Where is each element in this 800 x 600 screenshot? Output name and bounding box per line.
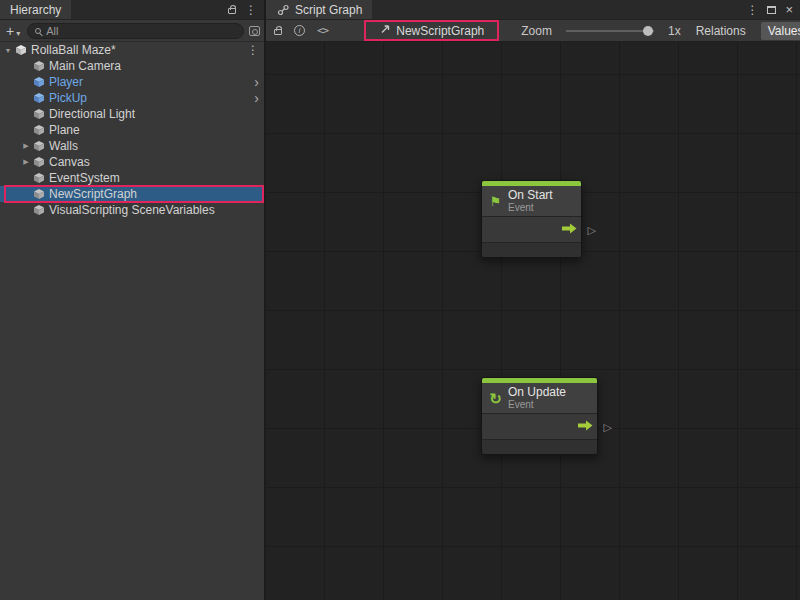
zoom-slider[interactable] — [566, 30, 654, 32]
item-label: NewScriptGraph — [49, 187, 137, 201]
gameobject-cube-icon — [32, 140, 46, 152]
flow-arrow-icon[interactable] — [578, 420, 593, 434]
search-icon — [35, 28, 41, 34]
hierarchy-item-walls[interactable]: ▶ Walls — [0, 138, 264, 154]
zoom-label: Zoom — [521, 24, 552, 38]
prefab-cube-icon — [32, 92, 46, 104]
hierarchy-panel: Hierarchy ⋮ + ▾ All ▼ RollaBall Maze* ⋮ — [0, 0, 266, 600]
window-controls: ⋮ × — [739, 0, 800, 19]
hierarchy-item-player[interactable]: Player › — [0, 74, 264, 90]
lock-icon[interactable] — [228, 8, 236, 14]
item-label: Main Camera — [49, 59, 121, 73]
hierarchy-tree: ▼ RollaBall Maze* ⋮ Main Camera Player › — [0, 42, 264, 600]
node-subtitle: Event — [508, 399, 566, 410]
plus-icon: + — [6, 24, 14, 38]
graph-name-box[interactable]: NewScriptGraph — [364, 20, 499, 41]
values-button[interactable]: Values — [761, 22, 800, 40]
code-view-icon[interactable]: <> — [317, 24, 328, 37]
item-label: VisualScripting SceneVariables — [49, 203, 215, 217]
node-on-start[interactable]: ⚑ On Start Event ▷ — [481, 180, 582, 258]
graph-tab-bar: Script Graph ⋮ × — [266, 0, 800, 20]
add-object-button[interactable]: + ▾ — [4, 24, 22, 38]
output-port-icon[interactable]: ▷ — [588, 224, 596, 235]
gameobject-cube-icon — [32, 124, 46, 136]
hierarchy-tab-label: Hierarchy — [10, 3, 61, 17]
hierarchy-item-newscriptgraph[interactable]: NewScriptGraph — [0, 186, 264, 202]
node-titles: On Update Event — [508, 386, 566, 410]
scene-icon — [14, 44, 28, 56]
scene-name: RollaBall Maze* — [31, 43, 116, 57]
prefab-open-arrow[interactable]: › — [254, 91, 259, 105]
tab-spacer — [71, 0, 221, 19]
expand-caret-icon[interactable]: ▼ — [2, 47, 14, 54]
hierarchy-toolbar: + ▾ All — [0, 20, 264, 42]
node-title: On Start — [508, 189, 553, 202]
gameobject-cube-icon — [32, 60, 46, 72]
node-footer — [482, 440, 597, 454]
graph-asset-icon — [379, 23, 391, 38]
update-loop-icon: ↻ — [488, 391, 503, 406]
node-subtitle: Event — [508, 202, 553, 213]
item-label: Walls — [49, 139, 78, 153]
gameobject-cube-icon — [32, 188, 46, 200]
zoom-slider-thumb[interactable] — [643, 26, 653, 36]
graph-tab-label: Script Graph — [295, 3, 362, 17]
search-value: All — [46, 25, 58, 37]
tab-script-graph[interactable]: Script Graph — [266, 0, 372, 19]
hierarchy-item-scenevariables[interactable]: VisualScripting SceneVariables — [0, 202, 264, 218]
expand-caret-icon[interactable]: ▶ — [20, 142, 32, 150]
script-graph-icon — [276, 4, 290, 16]
close-icon[interactable]: × — [785, 3, 793, 16]
graph-name-label: NewScriptGraph — [396, 24, 484, 38]
gameobject-cube-icon — [32, 156, 46, 168]
node-header: ⚑ On Start Event — [482, 186, 581, 217]
hierarchy-item-main-camera[interactable]: Main Camera — [0, 58, 264, 74]
graph-toolbar: i <> NewScriptGraph Zoom 1x Relations Va… — [266, 20, 800, 42]
search-preset-icon[interactable] — [249, 26, 260, 36]
info-icon[interactable]: i — [294, 25, 305, 36]
prefab-cube-icon — [32, 76, 46, 88]
node-port-row: ▷ — [482, 414, 597, 440]
hierarchy-item-plane[interactable]: Plane — [0, 122, 264, 138]
item-label: Canvas — [49, 155, 90, 169]
hierarchy-item-canvas[interactable]: ▶ Canvas — [0, 154, 264, 170]
node-header: ↻ On Update Event — [482, 383, 597, 414]
graph-canvas[interactable]: ⚑ On Start Event ▷ ↻ On Update Even — [266, 42, 800, 600]
item-label: EventSystem — [49, 171, 120, 185]
node-title: On Update — [508, 386, 566, 399]
scene-options-icon[interactable]: ⋮ — [247, 44, 259, 56]
hierarchy-tab-controls: ⋮ — [221, 0, 264, 19]
flow-arrow-icon[interactable] — [562, 223, 577, 237]
lock-icon[interactable] — [274, 29, 282, 35]
item-label: Player — [49, 75, 83, 89]
item-label: Directional Light — [49, 107, 135, 121]
tab-hierarchy[interactable]: Hierarchy — [0, 0, 71, 19]
dropdown-caret-icon: ▾ — [16, 29, 20, 38]
kebab-menu-icon[interactable]: ⋮ — [746, 4, 758, 16]
script-graph-panel: Script Graph ⋮ × i <> NewScriptGraph Zoo… — [266, 0, 800, 600]
expand-caret-icon[interactable]: ▶ — [20, 158, 32, 166]
hierarchy-item-directional-light[interactable]: Directional Light — [0, 106, 264, 122]
hierarchy-item-eventsystem[interactable]: EventSystem — [0, 170, 264, 186]
prefab-open-arrow[interactable]: › — [254, 75, 259, 89]
gameobject-cube-icon — [32, 108, 46, 120]
node-port-row: ▷ — [482, 217, 581, 243]
hierarchy-tab-bar: Hierarchy ⋮ — [0, 0, 264, 20]
node-footer — [482, 243, 581, 257]
item-label: Plane — [49, 123, 80, 137]
hierarchy-item-pickup[interactable]: PickUp › — [0, 90, 264, 106]
gameobject-cube-icon — [32, 204, 46, 216]
zoom-value: 1x — [668, 24, 681, 38]
maximize-icon[interactable] — [767, 6, 776, 14]
node-on-update[interactable]: ↻ On Update Event ▷ — [481, 377, 598, 455]
node-titles: On Start Event — [508, 189, 553, 213]
gameobject-cube-icon — [32, 172, 46, 184]
kebab-menu-icon[interactable]: ⋮ — [245, 4, 257, 16]
item-label: PickUp — [49, 91, 87, 105]
scene-row[interactable]: ▼ RollaBall Maze* ⋮ — [0, 42, 264, 58]
relations-button[interactable]: Relations — [689, 22, 753, 40]
output-port-icon[interactable]: ▷ — [604, 421, 612, 432]
flag-icon: ⚑ — [488, 195, 503, 208]
hierarchy-search-input[interactable]: All — [27, 23, 244, 39]
tab-spacer — [372, 0, 739, 19]
